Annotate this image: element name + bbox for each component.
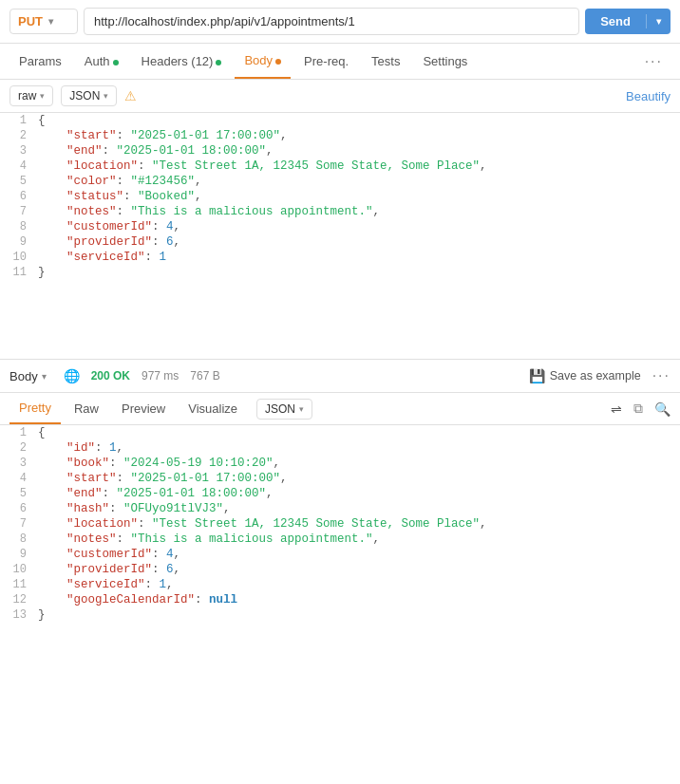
send-chevron-icon: ▾ xyxy=(647,16,671,27)
response-body-chevron-icon: ▾ xyxy=(42,371,47,382)
raw-chevron-icon: ▾ xyxy=(40,91,45,101)
globe-icon: 🌐 xyxy=(64,368,80,383)
response-body-section[interactable]: Body ▾ xyxy=(9,369,47,383)
tab-body[interactable]: Body xyxy=(235,44,291,79)
resp-line-8: 8 "notes": "This is a malicious appointm… xyxy=(0,532,680,547)
response-code-lines: 1 { 2 "id": 1, 3 "book": "2024-05-19 10:… xyxy=(0,425,680,623)
method-chevron-icon: ▾ xyxy=(48,16,53,27)
resp-line-10: 10 "providerId": 6, xyxy=(0,562,680,577)
resp-tab-pretty[interactable]: Pretty xyxy=(9,393,61,424)
status-code: 200 OK xyxy=(91,369,130,383)
response-action-icons: ⇌ ⧉ 🔍 xyxy=(611,401,671,417)
top-bar: PUT ▾ Send ▾ xyxy=(0,0,680,44)
req-line-3: 3 "end": "2025-01-01 18:00:00", xyxy=(0,143,680,159)
resp-line-12: 12 "googleCalendarId": null xyxy=(0,592,680,607)
request-code-lines: 1 { 2 "start": "2025-01-01 17:00:00", 3 … xyxy=(0,113,680,280)
raw-dropdown[interactable]: raw ▾ xyxy=(9,85,53,106)
json-type-chevron-icon: ▾ xyxy=(104,91,108,101)
tab-settings[interactable]: Settings xyxy=(413,45,477,78)
save-example-button[interactable]: 💾 Save as example xyxy=(529,368,641,383)
resp-line-9: 9 "customerId": 4, xyxy=(0,547,680,562)
warning-icon: ⚠ xyxy=(124,88,137,103)
response-format-chevron-icon: ▾ xyxy=(299,404,304,414)
req-line-1: 1 { xyxy=(0,113,680,128)
resp-tab-visualize[interactable]: Visualize xyxy=(179,394,247,423)
resp-line-7: 7 "location": "Test Street 1A, 12345 Som… xyxy=(0,516,680,532)
tab-more-icon[interactable]: ··· xyxy=(637,46,671,78)
req-line-4: 4 "location": "Test Street 1A, 12345 Som… xyxy=(0,159,680,174)
tab-headers[interactable]: Headers (12) xyxy=(132,45,232,78)
resp-line-6: 6 "hash": "OFUyo91tlVJ3", xyxy=(0,501,680,516)
resp-tab-raw[interactable]: Raw xyxy=(65,394,108,423)
json-type-label: JSON xyxy=(69,89,100,103)
resp-line-11: 11 "serviceId": 1, xyxy=(0,577,680,592)
method-dropdown[interactable]: PUT ▾ xyxy=(9,9,78,34)
search-icon[interactable]: 🔍 xyxy=(654,401,671,417)
response-size: 767 B xyxy=(190,369,219,383)
save-example-label: Save as example xyxy=(550,369,641,383)
req-line-9: 9 "providerId": 6, xyxy=(0,234,680,250)
tab-prereq[interactable]: Pre-req. xyxy=(294,45,358,78)
send-button[interactable]: Send ▾ xyxy=(585,9,671,34)
body-dot xyxy=(275,59,281,65)
resp-tab-preview[interactable]: Preview xyxy=(112,394,175,423)
auth-dot xyxy=(113,60,119,65)
tab-tests[interactable]: Tests xyxy=(362,45,409,78)
resp-line-3: 3 "book": "2024-05-19 10:10:20", xyxy=(0,456,680,471)
method-label: PUT xyxy=(18,14,43,28)
response-format-label: JSON xyxy=(265,402,295,416)
response-time: 977 ms xyxy=(142,369,179,383)
request-body-editor[interactable]: 1 { 2 "start": "2025-01-01 17:00:00", 3 … xyxy=(0,113,680,360)
response-body-editor: 1 { 2 "id": 1, 3 "book": "2024-05-19 10:… xyxy=(0,425,680,691)
response-more-icon[interactable]: ··· xyxy=(652,367,671,384)
copy-icon[interactable]: ⧉ xyxy=(633,401,643,417)
tab-auth[interactable]: Auth xyxy=(75,45,128,78)
resp-line-5: 5 "end": "2025-01-01 18:00:00", xyxy=(0,486,680,501)
beautify-button[interactable]: Beautify xyxy=(626,89,671,103)
tab-params[interactable]: Params xyxy=(9,45,71,78)
response-body-label: Body xyxy=(9,369,38,383)
req-line-8: 8 "customerId": 4, xyxy=(0,219,680,234)
resp-line-2: 2 "id": 1, xyxy=(0,440,680,456)
send-button-label: Send xyxy=(585,14,647,28)
resp-line-13: 13 } xyxy=(0,607,680,623)
body-toolbar: raw ▾ JSON ▾ ⚠ Beautify xyxy=(0,80,680,113)
req-line-5: 5 "color": "#123456", xyxy=(0,174,680,189)
save-icon: 💾 xyxy=(529,368,545,383)
json-type-dropdown[interactable]: JSON ▾ xyxy=(61,85,117,106)
request-tab-bar: Params Auth Headers (12) Body Pre-req. T… xyxy=(0,44,680,80)
response-format-dropdown[interactable]: JSON ▾ xyxy=(256,399,312,420)
response-bar: Body ▾ 🌐 200 OK 977 ms 767 B 💾 Save as e… xyxy=(0,360,680,393)
req-line-10: 10 "serviceId": 1 xyxy=(0,250,680,265)
headers-dot xyxy=(216,60,221,65)
req-line-2: 2 "start": "2025-01-01 17:00:00", xyxy=(0,128,680,143)
req-line-6: 6 "status": "Booked", xyxy=(0,189,680,204)
raw-label: raw xyxy=(18,89,36,103)
resp-line-4: 4 "start": "2025-01-01 17:00:00", xyxy=(0,471,680,486)
req-line-11: 11 } xyxy=(0,265,680,280)
response-tab-bar: Pretty Raw Preview Visualize JSON ▾ ⇌ ⧉ … xyxy=(0,393,680,425)
filter-icon[interactable]: ⇌ xyxy=(611,401,622,417)
req-line-7: 7 "notes": "This is a malicious appointm… xyxy=(0,204,680,219)
resp-line-1: 1 { xyxy=(0,425,680,440)
url-input[interactable] xyxy=(84,8,579,35)
